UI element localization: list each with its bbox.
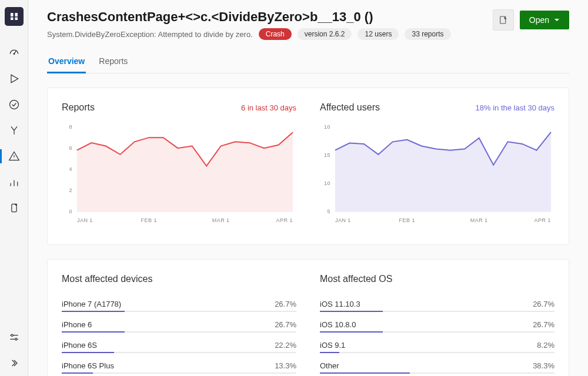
os-name: Other [320, 361, 339, 370]
svg-point-4 [11, 334, 13, 336]
svg-text:APR 1: APR 1 [534, 217, 551, 223]
nav-push[interactable] [0, 195, 28, 221]
nav-test[interactable] [0, 92, 28, 118]
svg-text:APR 1: APR 1 [276, 217, 293, 223]
nav-analytics[interactable] [0, 169, 28, 195]
reports-chart-badge: 6 in last 30 days [241, 103, 296, 112]
open-button-label: Open [529, 15, 549, 25]
device-name: iPhone 6S Plus [62, 361, 114, 370]
branch-icon [8, 125, 20, 136]
os-bar [320, 372, 554, 374]
svg-text:15: 15 [324, 152, 330, 158]
svg-text:2: 2 [69, 187, 72, 193]
chevron-right-icon [8, 357, 20, 369]
reports-chart: 86420JAN 1FEB 1MAR 1APR 1 [62, 122, 296, 228]
device-name: iPhone 6S [62, 341, 97, 350]
device-pct: 26.7% [275, 300, 296, 308]
os-list: Most affected OS iOS 11.10.326.7%iOS 10.… [320, 274, 554, 376]
svg-text:FEB 1: FEB 1 [399, 217, 415, 223]
svg-text:0: 0 [69, 209, 72, 214]
alert-icon [8, 150, 20, 162]
svg-text:MAR 1: MAR 1 [212, 217, 230, 223]
main-content: CrashesContentPage+<>c.<DivideByZero>b__… [28, 0, 588, 376]
os-bar [320, 311, 554, 312]
open-button[interactable]: Open [520, 11, 569, 29]
os-row: iOS 10.8.026.7% [320, 315, 554, 331]
svg-text:JAN 1: JAN 1 [77, 217, 93, 223]
svg-point-5 [15, 338, 16, 340]
svg-text:5: 5 [327, 209, 330, 214]
os-name: iOS 10.8.0 [320, 320, 356, 329]
chip-users: 12 users [358, 28, 399, 40]
page-title: CrashesContentPage+<>c.<DivideByZero>b__… [47, 9, 451, 25]
svg-text:4: 4 [69, 166, 72, 172]
device-pct: 22.2% [275, 341, 296, 350]
svg-text:6: 6 [69, 145, 72, 151]
app-logo[interactable] [5, 7, 24, 26]
devices-list: Most affected devices iPhone 7 (A1778)26… [62, 274, 296, 376]
chip-version: version 2.6.2 [298, 28, 352, 40]
svg-point-1 [9, 100, 18, 109]
users-chart-title: Affected users [320, 102, 380, 113]
sliders-icon [8, 331, 20, 343]
device-bar [62, 331, 296, 333]
svg-text:JAN 1: JAN 1 [335, 217, 351, 223]
device-pct: 13.3% [275, 361, 296, 370]
device-bar [62, 311, 296, 312]
tab-overview[interactable]: Overview [47, 52, 86, 73]
svg-text:10: 10 [324, 180, 330, 186]
device-pct: 26.7% [275, 320, 296, 329]
svg-text:10: 10 [324, 124, 330, 130]
nav-settings[interactable] [0, 324, 28, 350]
device-row: iPhone 626.7% [62, 315, 296, 331]
os-pct: 38.3% [533, 361, 554, 370]
os-name: iOS 9.1 [320, 341, 345, 350]
device-row: iPhone 6S Plus13.3% [62, 357, 296, 372]
device-bar [62, 352, 296, 353]
nav-build[interactable] [0, 66, 28, 92]
device-name: iPhone 6 [62, 320, 92, 329]
svg-text:FEB 1: FEB 1 [141, 217, 157, 223]
reports-chart-title: Reports [62, 102, 95, 113]
users-chart: 1015105JAN 1FEB 1MAR 1APR 1 [320, 122, 554, 228]
device-icon [8, 202, 20, 214]
chevron-down-icon [554, 17, 560, 23]
os-pct: 8.2% [537, 341, 554, 350]
svg-point-3 [15, 204, 16, 206]
check-circle-icon [8, 99, 20, 110]
os-pct: 26.7% [533, 320, 554, 329]
note-icon [498, 15, 509, 25]
devices-title: Most affected devices [62, 274, 296, 284]
nav-collapse[interactable] [0, 350, 28, 376]
os-pct: 26.7% [533, 300, 554, 308]
nav-dashboard[interactable] [0, 40, 28, 66]
sidebar [0, 0, 28, 376]
chip-reports: 33 reports [405, 28, 450, 40]
gauge-icon [8, 47, 20, 59]
svg-text:MAR 1: MAR 1 [470, 217, 488, 223]
tab-reports[interactable]: Reports [98, 52, 129, 73]
os-bar [320, 352, 554, 353]
nav-distribute[interactable] [0, 118, 28, 143]
chip-crash: Crash [259, 28, 292, 40]
os-row: iOS 11.10.326.7% [320, 295, 554, 311]
device-row: iPhone 7 (A1778)26.7% [62, 295, 296, 311]
bar-chart-icon [8, 176, 20, 188]
exception-message: System.DivideByZeroException: Attempted … [47, 30, 253, 39]
nav-diagnostics[interactable] [0, 143, 28, 169]
device-bar [62, 372, 296, 374]
annotate-button[interactable] [493, 9, 514, 31]
users-chart-badge: 18% in the last 30 days [476, 103, 554, 112]
os-row: iOS 9.18.2% [320, 336, 554, 352]
os-name: iOS 11.10.3 [320, 300, 360, 308]
os-row: Other38.3% [320, 357, 554, 372]
os-bar [320, 331, 554, 333]
play-icon [8, 73, 20, 85]
svg-text:8: 8 [69, 124, 72, 130]
device-row: iPhone 6S22.2% [62, 336, 296, 352]
os-title: Most affected OS [320, 274, 554, 284]
device-name: iPhone 7 (A1778) [62, 300, 121, 308]
